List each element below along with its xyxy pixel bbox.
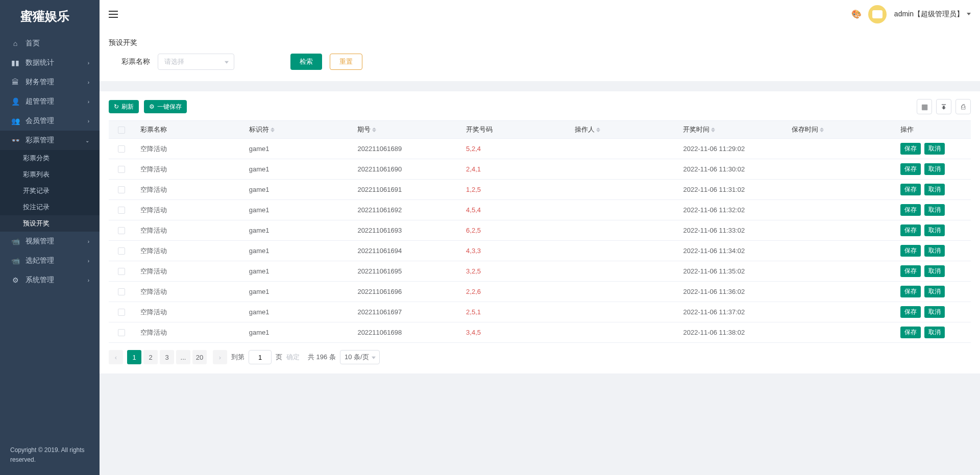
- goto-confirm[interactable]: 确定: [286, 353, 300, 362]
- row-save-button[interactable]: 保存: [900, 265, 921, 277]
- row-cancel-button[interactable]: 取消: [924, 286, 945, 297]
- sidebar-item-财务管理[interactable]: 🏛 财务管理 ›: [0, 72, 100, 92]
- row-cancel-button[interactable]: 取消: [924, 163, 945, 175]
- sidebar-item-彩票管理[interactable]: 👓 彩票管理 ⌄: [0, 131, 100, 150]
- row-checkbox[interactable]: [118, 268, 125, 275]
- data-table: 彩票名称 标识符 期号 开奖号码 操作人 开奖时间 保存时间 操作 空降活动 g…: [109, 120, 971, 343]
- sidebar-item-超管管理[interactable]: 👤 超管管理 ›: [0, 92, 100, 111]
- th-name[interactable]: 彩票名称: [134, 121, 243, 139]
- sidebar-item-视频管理[interactable]: 📹 视频管理 ›: [0, 232, 100, 251]
- sidebar-item-会员管理[interactable]: 👥 会员管理 ›: [0, 111, 100, 131]
- th-numbers[interactable]: 开奖号码: [460, 121, 569, 139]
- cell-issue: 202211061698: [351, 322, 460, 343]
- row-save-button[interactable]: 保存: [900, 143, 921, 155]
- cell-name: 空降活动: [134, 261, 243, 282]
- cell-open-time: 2022-11-06 11:38:02: [677, 322, 786, 343]
- sidebar-item-选妃管理[interactable]: 📹 选妃管理 ›: [0, 251, 100, 270]
- th-save-time[interactable]: 保存时间: [786, 121, 894, 139]
- row-cancel-button[interactable]: 取消: [924, 143, 945, 155]
- sidebar-subitem-投注记录[interactable]: 投注记录: [0, 199, 100, 215]
- page-number-3[interactable]: 3: [160, 350, 174, 364]
- row-save-button[interactable]: 保存: [900, 286, 921, 297]
- row-cancel-button[interactable]: 取消: [924, 306, 945, 318]
- row-save-button[interactable]: 保存: [900, 245, 921, 257]
- page-size-select[interactable]: 10 条/页: [340, 350, 380, 364]
- row-checkbox[interactable]: [118, 186, 125, 193]
- sidebar-subitem-label: 开奖记录: [23, 186, 89, 195]
- sidebar-item-label: 系统管理: [26, 276, 88, 285]
- row-save-button[interactable]: 保存: [900, 327, 921, 338]
- row-checkbox[interactable]: [118, 288, 125, 295]
- print-button[interactable]: [955, 99, 971, 114]
- sidebar-item-label: 会员管理: [26, 116, 88, 126]
- row-checkbox[interactable]: [118, 247, 125, 255]
- row-save-button[interactable]: 保存: [900, 204, 921, 216]
- refresh-button[interactable]: 刷新: [109, 100, 139, 113]
- row-cancel-button[interactable]: 取消: [924, 327, 945, 338]
- cell-open-time: 2022-11-06 11:34:02: [677, 241, 786, 261]
- row-cancel-button[interactable]: 取消: [924, 265, 945, 277]
- chevron-right-icon: ›: [88, 258, 89, 264]
- th-ident[interactable]: 标识符: [243, 121, 352, 139]
- row-save-button[interactable]: 保存: [900, 224, 921, 236]
- prev-page-button[interactable]: ‹: [109, 350, 123, 364]
- user-name: admin【超级管理员】: [894, 10, 964, 19]
- columns-button[interactable]: [917, 99, 932, 114]
- caret-down-icon: [967, 13, 971, 15]
- avatar[interactable]: [868, 5, 887, 23]
- row-cancel-button[interactable]: 取消: [924, 184, 945, 195]
- row-checkbox[interactable]: [118, 309, 125, 316]
- row-save-button[interactable]: 保存: [900, 306, 921, 318]
- row-checkbox[interactable]: [118, 145, 125, 153]
- th-action: 操作: [894, 121, 971, 139]
- select-all-checkbox[interactable]: [118, 127, 125, 134]
- cell-numbers: 4,3,3: [460, 241, 569, 261]
- cell-operator: [569, 159, 677, 180]
- sidebar-item-label: 数据统计: [26, 58, 88, 67]
- page-number-2[interactable]: 2: [143, 350, 158, 364]
- page-title: 预设开奖: [100, 28, 980, 54]
- sidebar-subitem-彩票分类[interactable]: 彩票分类: [0, 150, 100, 166]
- search-button[interactable]: 检索: [290, 54, 322, 70]
- cell-ident: game1: [243, 302, 352, 322]
- th-open-time[interactable]: 开奖时间: [677, 121, 786, 139]
- user-dropdown[interactable]: admin【超级管理员】: [894, 10, 971, 19]
- page-number-20[interactable]: 20: [192, 350, 207, 364]
- sidebar-item-系统管理[interactable]: ⚙ 系统管理 ›: [0, 270, 100, 290]
- row-cancel-button[interactable]: 取消: [924, 224, 945, 236]
- sidebar-subitem-label: 彩票列表: [23, 170, 89, 179]
- row-cancel-button[interactable]: 取消: [924, 204, 945, 216]
- sidebar-item-数据统计[interactable]: ▮▮ 数据统计 ›: [0, 53, 100, 72]
- cell-numbers: 2,2,6: [460, 282, 569, 302]
- hamburger-icon[interactable]: [109, 11, 118, 18]
- sidebar-subitem-预设开奖[interactable]: 预设开奖: [0, 215, 100, 232]
- sidebar-subitem-开奖记录[interactable]: 开奖记录: [0, 183, 100, 199]
- row-cancel-button[interactable]: 取消: [924, 245, 945, 257]
- user-icon: 👤: [10, 97, 20, 106]
- save-all-button[interactable]: 一键保存: [144, 100, 187, 113]
- chevron-right-icon: ›: [88, 118, 89, 124]
- cell-ident: game1: [243, 139, 352, 159]
- goto-page-input[interactable]: [249, 350, 272, 364]
- cell-ident: game1: [243, 220, 352, 241]
- cell-issue: 202211061692: [351, 200, 460, 220]
- row-checkbox[interactable]: [118, 329, 125, 336]
- lottery-name-select[interactable]: 请选择: [158, 54, 234, 70]
- page-number-1[interactable]: 1: [127, 350, 141, 364]
- row-checkbox[interactable]: [118, 207, 125, 214]
- cell-operator: [569, 241, 677, 261]
- row-checkbox[interactable]: [118, 166, 125, 173]
- sidebar-item-首页[interactable]: ⌂ 首页: [0, 34, 100, 53]
- download-icon: [940, 103, 947, 110]
- row-checkbox[interactable]: [118, 227, 125, 234]
- th-operator[interactable]: 操作人: [569, 121, 677, 139]
- reset-button[interactable]: 重置: [330, 54, 362, 70]
- row-save-button[interactable]: 保存: [900, 163, 921, 175]
- theme-icon[interactable]: 🎨: [851, 9, 861, 19]
- export-button[interactable]: [936, 99, 951, 114]
- chevron-down-icon: ⌄: [85, 138, 89, 143]
- row-save-button[interactable]: 保存: [900, 184, 921, 195]
- th-issue[interactable]: 期号: [351, 121, 460, 139]
- next-page-button[interactable]: ›: [213, 350, 227, 364]
- sidebar-subitem-彩票列表[interactable]: 彩票列表: [0, 166, 100, 183]
